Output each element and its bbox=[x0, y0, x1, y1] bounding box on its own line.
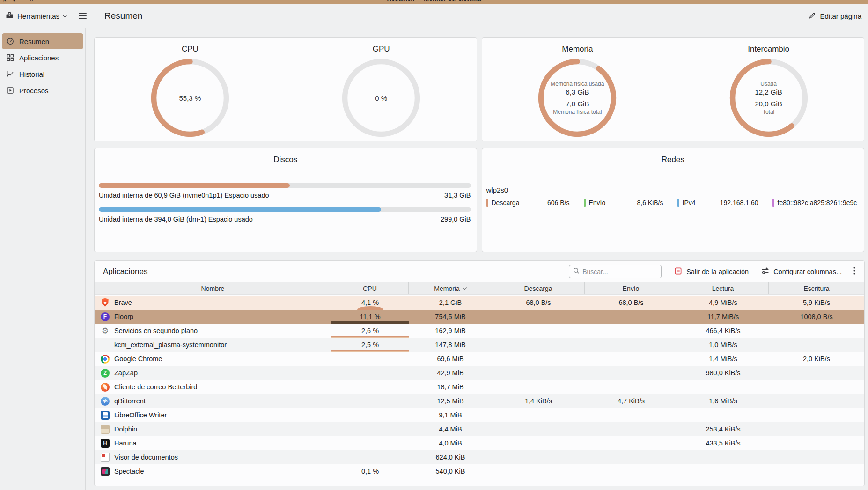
name-cell: ⚙Servicios en segundo plano bbox=[95, 327, 331, 335]
disk-used-value: 31,3 GiB bbox=[444, 192, 471, 199]
name-cell: Dolphin bbox=[95, 425, 331, 434]
disks-card: Discos Unidad interna de 60,9 GiB (nvme0… bbox=[94, 148, 477, 252]
legend-swatch bbox=[584, 199, 586, 207]
table-row[interactable]: HHaruna4,0 MiB433,5 KiB/s bbox=[95, 436, 864, 450]
spectacle-icon bbox=[101, 467, 110, 476]
configure-columns-button[interactable]: Configurar columnas... bbox=[761, 267, 842, 276]
memory-cell: 4,4 MiB bbox=[409, 425, 492, 433]
disk-usage-bar bbox=[99, 207, 471, 212]
name-cell: Brave bbox=[95, 298, 331, 307]
tools-menu-label: Herramientas bbox=[17, 12, 59, 20]
legend-label: Envío bbox=[589, 199, 606, 207]
search-box[interactable] bbox=[569, 265, 662, 278]
disk-used-value: 299,0 GiB bbox=[441, 215, 471, 223]
cpu-cell bbox=[331, 394, 409, 408]
download-cell: 1,4 KiB/s bbox=[492, 397, 585, 405]
memory-cell: 754,5 MiB bbox=[409, 313, 492, 320]
column-header-nombre[interactable]: Nombre bbox=[95, 282, 331, 294]
tools-menu-button[interactable]: Herramientas bbox=[6, 12, 66, 21]
header-divider bbox=[95, 4, 95, 28]
column-header-label: Descarga bbox=[524, 285, 552, 292]
sidebar-item-historial[interactable]: Historial bbox=[2, 66, 83, 82]
gauge-swap: IntercambioUsada12,2 GiB20,0 GiBTotal bbox=[673, 38, 864, 141]
name-cell: Google Chrome bbox=[95, 355, 331, 364]
gauge-ring: Memoria física usada6,3 GiB7,0 GiBMemori… bbox=[536, 57, 618, 139]
history-chart-icon bbox=[7, 70, 14, 78]
network-interface-name: wlp2s0 bbox=[486, 186, 864, 194]
column-header-descarga[interactable]: Descarga bbox=[492, 282, 585, 294]
column-header-cpu[interactable]: CPU bbox=[331, 282, 409, 294]
gauge-label-top: Usada bbox=[760, 81, 777, 88]
app-name: Floorp bbox=[114, 313, 133, 320]
gauge-value: 0 % bbox=[375, 94, 387, 102]
name-cell: kcm_external_plasma-systemmonitor bbox=[95, 341, 331, 349]
sidebar-item-procesos[interactable]: Procesos bbox=[2, 82, 83, 98]
toolbox-icon bbox=[6, 12, 14, 21]
table-row[interactable]: Cliente de correo Betterbird18,7 MiB bbox=[95, 380, 864, 394]
docviewer-icon bbox=[101, 453, 110, 462]
memory-cell: 69,6 MiB bbox=[409, 355, 492, 363]
read-cell: 11,7 MiB/s bbox=[677, 313, 769, 320]
table-header-row: NombreCPUMemoriaDescargaEnvíoLecturaEscr… bbox=[95, 282, 864, 295]
gauge-label-bottom: Total bbox=[763, 109, 774, 116]
table-row[interactable]: Dolphin4,4 MiB253,4 KiB/s bbox=[95, 422, 864, 436]
memory-cell: 9,1 MiB bbox=[409, 411, 492, 419]
gauge-label-top: Memoria física usada bbox=[551, 81, 604, 88]
cpu-value: 4,1 % bbox=[361, 299, 379, 306]
table-row[interactable]: Spectacle0,1 %540,0 KiB bbox=[95, 464, 864, 478]
table-row[interactable]: Google Chrome69,6 MiB1,4 MiB/s2,0 KiB/s bbox=[95, 352, 864, 366]
sidebar-item-resumen[interactable]: Resumen bbox=[2, 33, 83, 49]
column-header-lectura[interactable]: Lectura bbox=[677, 282, 769, 294]
sidebar-item-label: Resumen bbox=[19, 37, 49, 45]
app-header: Herramientas Resumen Editar página bbox=[0, 4, 868, 28]
column-header-label: Nombre bbox=[201, 285, 225, 292]
legend-value: 606 B/s bbox=[547, 199, 583, 207]
cpu-value: 0,1 % bbox=[361, 468, 379, 475]
table-row[interactable]: qbqBittorrent12,5 MiB1,4 KiB/s4,7 KiB/s1… bbox=[95, 394, 864, 408]
memory-cell: 147,8 MiB bbox=[409, 341, 492, 349]
quit-application-button[interactable]: Salir de la aplicación bbox=[674, 267, 749, 276]
memory-cell: 18,7 MiB bbox=[409, 383, 492, 391]
column-header-escritura[interactable]: Escritura bbox=[769, 282, 864, 294]
legend-label: IPv4 bbox=[683, 199, 696, 207]
hamburger-menu-button[interactable] bbox=[77, 11, 88, 21]
name-cell: LibreOffice Writer bbox=[95, 411, 331, 420]
column-header-env-o[interactable]: Envío bbox=[585, 282, 677, 294]
name-cell: Visor de documentos bbox=[95, 453, 331, 462]
configure-columns-icon bbox=[761, 267, 769, 276]
main-content: CPU55,3 %GPU0 % MemoriaMemoria física us… bbox=[86, 28, 868, 490]
window-titlebar: ∧∨–× Resumen — Monitor del sistema bbox=[0, 0, 868, 4]
app-name: Haruna bbox=[114, 439, 137, 447]
table-row[interactable]: kcm_external_plasma-systemmonitor2,5 %14… bbox=[95, 338, 864, 352]
memory-swap-card: MemoriaMemoria física usada6,3 GiB7,0 Gi… bbox=[482, 37, 865, 141]
app-name: kcm_external_plasma-systemmonitor bbox=[114, 341, 227, 349]
search-input[interactable] bbox=[582, 268, 657, 275]
cpu-cell bbox=[331, 352, 409, 366]
column-header-memoria[interactable]: Memoria bbox=[409, 282, 492, 294]
memory-cell: 540,0 KiB bbox=[409, 468, 492, 475]
cpu-value: 11,1 % bbox=[360, 313, 380, 320]
gauge-center-text: 0 % bbox=[340, 57, 422, 139]
table-row[interactable]: ⚙Servicios en segundo plano2,6 %162,9 Mi… bbox=[95, 324, 864, 338]
edit-page-button[interactable]: Editar página bbox=[809, 12, 861, 21]
app-name: qBittorrent bbox=[114, 397, 146, 405]
network-title: Redes bbox=[482, 148, 864, 164]
table-row[interactable]: ZZapZap42,9 MiB980,0 KiB/s bbox=[95, 366, 864, 380]
table-row[interactable]: Brave4,1 %2,1 GiB68,0 B/s68,0 B/s4,9 MiB… bbox=[95, 296, 864, 310]
read-cell: 980,0 KiB/s bbox=[677, 369, 769, 377]
zapzap-icon: Z bbox=[101, 369, 110, 378]
read-cell: 1,4 MiB/s bbox=[677, 355, 769, 363]
network-card: Redes wlp2s0 Descarga606 B/sEnvío8,6 KiB… bbox=[482, 148, 865, 252]
name-cell: qbqBittorrent bbox=[95, 397, 331, 406]
table-row[interactable]: FFloorp11,1 %754,5 MiB11,7 MiB/s1008,0 B… bbox=[95, 310, 864, 324]
gauge-value-total: 7,0 GiB bbox=[566, 99, 589, 109]
cpu-cell: 2,6 % bbox=[331, 324, 409, 338]
overflow-menu-button[interactable] bbox=[853, 267, 856, 277]
table-row[interactable]: LibreOffice Writer9,1 MiB bbox=[95, 408, 864, 422]
sidebar-item-aplicaciones[interactable]: Aplicaciones bbox=[2, 50, 83, 66]
cpu-sparkline bbox=[357, 306, 383, 310]
cpu-cell bbox=[331, 436, 409, 450]
cpu-cell bbox=[331, 450, 409, 464]
table-row[interactable]: Visor de documentos624,0 KiB bbox=[95, 450, 864, 464]
configure-columns-label: Configurar columnas... bbox=[773, 268, 842, 275]
